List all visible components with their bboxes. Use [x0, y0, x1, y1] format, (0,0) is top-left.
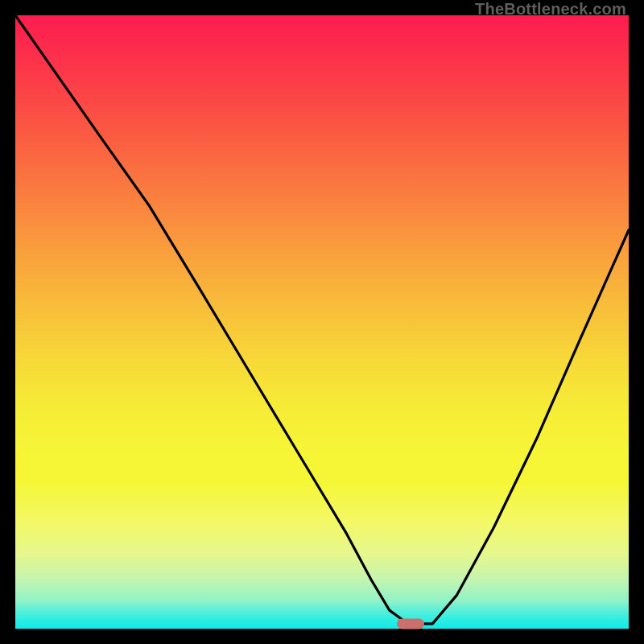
- plot-area: [15, 15, 629, 629]
- chart-root: TheBottleneck.com: [0, 0, 644, 644]
- curve-path: [15, 15, 629, 624]
- attribution-text: TheBottleneck.com: [475, 0, 626, 19]
- optimal-marker: [397, 618, 424, 629]
- bottleneck-curve: [15, 15, 629, 629]
